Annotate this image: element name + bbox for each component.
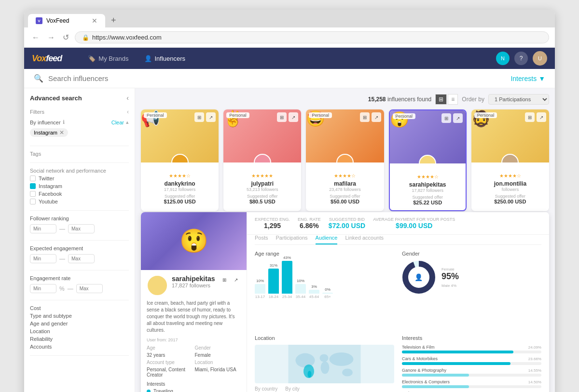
- my-brands-icon: 🏷️: [88, 55, 96, 62]
- card-stars: ★★★★☆: [395, 174, 461, 179]
- interest-bar-fill: [402, 374, 469, 377]
- engagement-rate-title[interactable]: Engagement rate: [30, 275, 129, 281]
- influencer-card-jon-montilia[interactable]: 🧔 Personal ⊞ ↗ ★★★★☆ jon.montilia follow: [471, 109, 549, 211]
- engagement-range: —: [30, 254, 129, 263]
- profile-external-btn[interactable]: ↗: [231, 275, 241, 284]
- user-avatar[interactable]: U: [533, 51, 547, 66]
- url-text: https://www.voxfeed.com: [92, 34, 162, 41]
- interest-bar-cars: Cars & Motorbikes 23.66%: [402, 356, 541, 365]
- follower-ranking-title[interactable]: Follower ranking: [30, 216, 129, 221]
- filter-instagram[interactable]: Instagram: [30, 183, 129, 189]
- location-filter-title[interactable]: Location: [30, 328, 129, 334]
- back-btn[interactable]: ←: [30, 32, 41, 43]
- card-external-btn[interactable]: ↗: [453, 113, 463, 123]
- type-subtype-filter-title[interactable]: Type and subtype: [30, 313, 129, 319]
- tab-participations[interactable]: Participations: [276, 235, 308, 244]
- influencer-card-dankykrino[interactable]: 📢 Personal ⊞ ↗ ★★★★☆ dankykrino 17,912 f: [141, 109, 219, 211]
- influencer-card-sarahipekitas[interactable]: 😲 Personal ⊞ ↗ ★★★★☆ sarahipekitas 17,82: [389, 109, 467, 211]
- card-offer: $50.00 USD: [311, 199, 379, 204]
- profile-avatar: [147, 275, 168, 296]
- eng-rate-min-input[interactable]: [30, 284, 56, 293]
- tab-posts[interactable]: Posts: [255, 235, 268, 244]
- twitter-checkbox[interactable]: [30, 176, 36, 181]
- nav-my-brands[interactable]: 🏷️ My Brands: [81, 52, 135, 65]
- interest-bar-track: [402, 385, 541, 388]
- profile-copy-btn[interactable]: ⊞: [220, 275, 229, 284]
- card-badge: Personal: [226, 112, 249, 118]
- card-image-jon-montilia: 🧔 Personal ⊞ ↗: [471, 109, 549, 162]
- card-share-btn[interactable]: ↗: [537, 112, 546, 122]
- profile-name-block: sarahipekitas 17,827 followers: [172, 275, 215, 288]
- eng-rate-max-input[interactable]: [76, 284, 103, 293]
- card-offer-label: Suggested offer: [311, 194, 379, 199]
- active-tab[interactable]: V VoxFeed ✕: [28, 14, 105, 27]
- notification-icon[interactable]: N: [496, 52, 510, 65]
- age-gender-filter-title[interactable]: Age and gender: [30, 321, 129, 326]
- card-bookmark-btn[interactable]: ⊞: [194, 112, 204, 122]
- engagement-min-input[interactable]: [30, 254, 56, 263]
- card-bookmark-btn[interactable]: ⊞: [525, 112, 535, 122]
- collapse-btn[interactable]: ‹: [127, 108, 129, 115]
- card-stars: ★★★★☆: [311, 173, 379, 178]
- nav-influencers[interactable]: 👤 Influencers: [138, 52, 193, 65]
- age-bar-25-34: 43% 25-34: [282, 256, 292, 299]
- card-share-btn[interactable]: ↗: [206, 112, 216, 122]
- facebook-checkbox[interactable]: [30, 191, 36, 197]
- interests-button[interactable]: Interests ▼: [510, 75, 545, 82]
- collapse-sidebar-icon[interactable]: ‹: [126, 94, 129, 102]
- search-input[interactable]: [48, 74, 193, 82]
- card-stars: ★★★★★: [228, 173, 296, 178]
- tab-close-btn[interactable]: ✕: [92, 17, 97, 25]
- card-bookmark-btn[interactable]: ⊞: [277, 112, 287, 122]
- card-bookmark-btn[interactable]: ⊞: [360, 112, 370, 122]
- filter-youtube[interactable]: Youtube: [30, 199, 129, 204]
- youtube-checkbox[interactable]: [30, 199, 36, 204]
- influencer-card-julypatri[interactable]: ✌️ Personal ⊞ ↗ ★★★★★ julypatri 53,213 f…: [223, 109, 301, 211]
- grid-view-btn[interactable]: ⊞: [435, 94, 447, 105]
- reliability-filter-title[interactable]: Reliability: [30, 336, 129, 342]
- order-select[interactable]: 1 Participations: [488, 94, 549, 105]
- instagram-checkbox[interactable]: [30, 183, 36, 189]
- analytics-content: Age range 10% 13-17: [247, 251, 549, 392]
- filter-group-social: Social network and performance Twitter I…: [30, 168, 129, 211]
- card-share-btn[interactable]: ↗: [372, 112, 381, 122]
- expected-engagement-title[interactable]: Expected engagement: [30, 245, 129, 251]
- world-map-svg: [255, 345, 394, 383]
- influencer-card-mafilara[interactable]: 🤩 Personal ⊞ ↗ ★★★★☆ mafilara 23,478 fol: [306, 109, 384, 211]
- help-icon[interactable]: ?: [514, 52, 528, 65]
- remove-tag-btn[interactable]: ✕: [59, 129, 64, 136]
- card-offer-label: Suggested offer: [395, 195, 461, 200]
- browser-tabs: V VoxFeed ✕ +: [24, 10, 555, 27]
- card-offer-label: Suggested offer: [476, 194, 544, 199]
- expanded-profile-panel: 😲 sarahipekitas 17,827 followers: [141, 212, 549, 392]
- location-map: [255, 345, 394, 383]
- profile-actions: ⊞ ↗: [220, 275, 241, 284]
- chevron-down-icon: ▼: [538, 75, 545, 82]
- expanded-hero-image: 😲: [141, 212, 247, 270]
- view-toggle: ⊞ ≡: [435, 94, 458, 105]
- cost-filter-title[interactable]: Cost: [30, 305, 129, 311]
- browser-bar: ← → ↺ 🔒 https://www.voxfeed.com: [24, 27, 555, 48]
- svg-point-8: [342, 368, 353, 376]
- refresh-btn[interactable]: ↺: [61, 32, 71, 43]
- forward-btn[interactable]: →: [45, 32, 57, 43]
- interest-bar-track: [402, 374, 541, 377]
- card-copy-btn[interactable]: ⊞: [441, 113, 451, 123]
- new-tab-btn[interactable]: +: [107, 14, 120, 27]
- engagement-max-input[interactable]: [68, 254, 95, 263]
- card-offer: $250.00 USD: [476, 199, 544, 204]
- url-bar[interactable]: 🔒 https://www.voxfeed.com: [75, 31, 549, 43]
- follower-min-input[interactable]: [30, 224, 56, 233]
- follower-max-input[interactable]: [68, 224, 95, 233]
- card-body-mafilara: ★★★★☆ mafilara 23,478 followers Suggeste…: [306, 162, 384, 209]
- filter-facebook[interactable]: Facebook: [30, 191, 129, 197]
- clear-btn[interactable]: Clear: [111, 120, 124, 125]
- content-area: 15,258 influencers found ⊞ ≡ Order by 1 …: [135, 88, 555, 392]
- card-share-btn[interactable]: ↗: [289, 112, 298, 122]
- tab-audience[interactable]: Audience: [316, 235, 338, 244]
- card-badge: Personal: [144, 112, 167, 118]
- accounts-filter-title[interactable]: Accounts: [30, 344, 129, 350]
- tab-linked-accounts[interactable]: Linked accounts: [345, 235, 384, 244]
- list-view-btn[interactable]: ≡: [448, 94, 458, 105]
- filter-twitter[interactable]: Twitter: [30, 176, 129, 181]
